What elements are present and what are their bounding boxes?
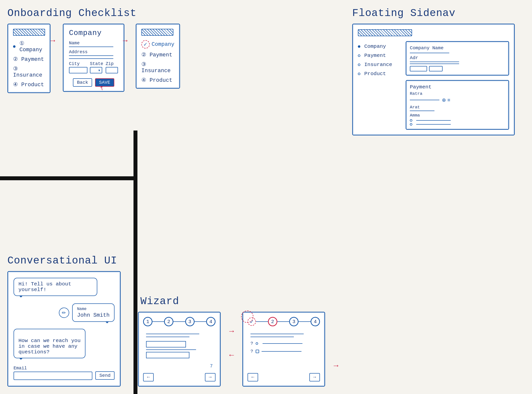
form-input-small-2[interactable] [429,66,443,71]
zip-input[interactable] [106,67,118,73]
sidebar-item-payment[interactable]: Payment [358,53,400,58]
wizard-frame-1: 1 2 3 4 7 ← → [138,312,221,387]
payment-input-2[interactable] [410,111,434,111]
sidebar-item-company[interactable]: Company [358,44,400,49]
q2-checkbox[interactable] [256,350,259,353]
w-line-3 [146,349,196,350]
step-line-3 [195,321,206,322]
email-row: Email Send [14,366,115,380]
step-3-circle-2: 3 [289,317,299,326]
sidebar-payment-label: Payment [364,53,386,58]
q2-label: ? [250,349,253,354]
email-group: Email [14,366,92,380]
payment-sub1: Ratra [410,91,505,96]
email-input[interactable] [14,372,92,380]
item-2-label: ② Payment [13,56,44,63]
form-action-row [410,66,505,71]
wizard-frame-2: ✓ 2 3 4 ? ? [242,312,325,387]
w-line-2 [146,337,189,337]
header-hatch [13,29,45,36]
bubble-2: Name John Smith [72,303,115,322]
onboarding-section: Onboarding Checklist ① Company ② Payment… [7,7,185,93]
save-label: SAVE [99,80,110,85]
zip-group: Zip [106,61,118,73]
state-input[interactable]: ▼ [90,67,102,73]
wizard-next-btn-1[interactable]: → [205,373,216,381]
w2-line-1 [250,334,304,334]
payment-sub3: Amma [410,113,505,118]
wizard-steps-1: 1 2 3 4 [143,317,216,326]
q1-radio[interactable] [256,342,258,345]
payment-radio-2 [410,123,505,126]
floating-forms: Company Name Adr Payment Ratra [406,41,509,130]
radio-1[interactable] [410,119,412,122]
bubble-1: Hi! Tell us about yourself! [14,278,97,296]
w2-line-2 [250,337,294,337]
msg1-text: Hi! Tell us about yourself! [18,281,71,293]
list-item: ② Payment [13,56,45,63]
step-2-circle: 2 [164,317,173,326]
wizard-next-btn-2[interactable]: → [309,373,320,381]
adr-line-2[interactable] [410,64,459,64]
sidebar-item-insurance[interactable]: Insurance [358,62,400,67]
completed-item-4: ④ Product [141,77,174,83]
wizard-title: Wizard [140,296,340,307]
divider-horizontal [0,176,137,180]
insurance-bullet [358,64,360,66]
floating-sidebar: Company Payment Insurance Product [358,41,400,130]
user-reply-container: ✏ Name John Smith [14,303,115,322]
wizard-section: Wizard 1 2 3 4 7 [138,296,340,387]
wizard-content-1: 7 [143,331,216,370]
name-value: John Smith [77,312,110,318]
floating-header-hatch [358,29,412,36]
wizard-back-btn-2[interactable]: ← [248,373,258,381]
floating-company-form: Company Name Adr [406,41,509,76]
w-input-1[interactable] [146,341,186,347]
completed-item-1: ✓ Company [141,40,174,49]
payment-sub2: Arat [410,105,505,110]
checklist-items: ① Company ② Payment ③ Insurance ④ Produc… [13,40,45,88]
form-input-small-1[interactable] [410,66,427,71]
step-line-1 [152,321,164,322]
address-input-1[interactable] [69,55,113,56]
step-2-active: 2 [268,317,277,326]
floating-adr-label: Adr [410,55,505,61]
save-button[interactable]: SAVE [95,78,114,87]
city-group: City [69,61,87,73]
edit-pencil: ✏ [62,310,66,316]
floating-title: Floating Sidenav [352,7,525,19]
wizard-arrow-left: ← [228,350,235,360]
address-input-2[interactable] [69,58,113,59]
list-item: ① Company [13,40,45,53]
payment-input-1[interactable] [410,100,439,100]
email-label: Email [14,366,92,371]
radio-2[interactable] [410,123,412,126]
wizard-arrow-right: → [228,327,235,336]
wizard-arrows: → ← [228,327,235,360]
completed-header-hatch [141,29,173,36]
q-row-1: ? [250,341,317,346]
wizard-back-btn-1[interactable]: ← [143,373,154,381]
q-row-2: ? [250,349,317,354]
completed-checklist-box: ✓ Company ② Payment ③ Insurance ④ Produc… [136,24,180,89]
step-1-circle: 1 [143,317,152,326]
company-bullet [358,45,360,48]
conversational-title: Conversational UI [7,255,128,267]
back-button[interactable]: Back [73,78,92,87]
radio-label-2 [416,124,451,125]
completed-product-label: ④ Product [141,77,172,83]
floating-section: Floating Sidenav Company Payment [352,7,525,135]
w-page-num: 7 [210,363,213,369]
city-label: City [69,61,87,66]
checklist-box: ① Company ② Payment ③ Insurance ④ Produc… [7,24,50,93]
wizard-steps-2: ✓ 2 3 4 [248,317,320,326]
name-input[interactable] [69,47,113,47]
w-input-2[interactable] [146,352,189,358]
form-buttons: Back SAVE [69,78,118,87]
adr-line-1[interactable] [410,62,459,62]
send-button[interactable]: Send [95,371,115,380]
sidebar-item-product[interactable]: Product [358,71,400,77]
city-input[interactable] [69,67,87,73]
item-3-label: ③ Insurance [13,66,45,78]
company-name-line[interactable] [410,53,449,53]
